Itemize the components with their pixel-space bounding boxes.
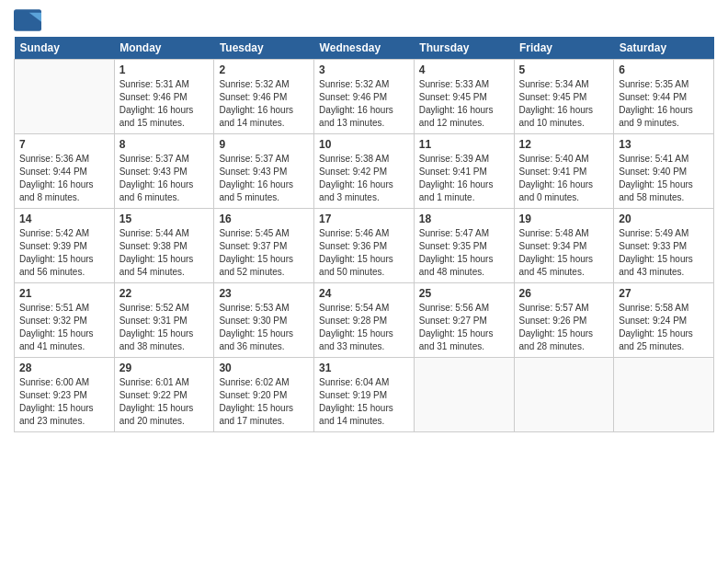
day-number: 21 <box>19 287 109 300</box>
day-number: 8 <box>119 138 210 151</box>
day-detail: Sunrise: 5:38 AMSunset: 9:42 PMDaylight:… <box>319 153 409 204</box>
calendar-cell: 30Sunrise: 6:02 AMSunset: 9:20 PMDayligh… <box>214 358 314 432</box>
day-detail: Sunrise: 5:54 AMSunset: 9:28 PMDaylight:… <box>319 302 409 353</box>
calendar-cell: 22Sunrise: 5:52 AMSunset: 9:31 PMDayligh… <box>114 283 214 358</box>
day-number: 28 <box>19 362 109 374</box>
weekday-header-monday: Monday <box>114 37 214 60</box>
day-detail: Sunrise: 5:51 AMSunset: 9:32 PMDaylight:… <box>19 302 109 353</box>
day-number: 30 <box>219 362 309 374</box>
calendar-cell: 17Sunrise: 5:46 AMSunset: 9:36 PMDayligh… <box>314 209 415 283</box>
day-detail: Sunrise: 5:49 AMSunset: 9:33 PMDaylight:… <box>619 227 709 279</box>
calendar-cell: 4Sunrise: 5:33 AMSunset: 9:45 PMDaylight… <box>414 60 514 134</box>
calendar-cell: 23Sunrise: 5:53 AMSunset: 9:30 PMDayligh… <box>214 283 314 358</box>
day-number: 23 <box>219 287 309 300</box>
day-detail: Sunrise: 6:00 AMSunset: 9:23 PMDaylight:… <box>19 376 109 428</box>
day-detail: Sunrise: 5:32 AMSunset: 9:46 PMDaylight:… <box>219 78 309 130</box>
calendar-cell: 14Sunrise: 5:42 AMSunset: 9:39 PMDayligh… <box>15 209 115 283</box>
calendar-cell <box>514 358 614 432</box>
calendar-cell: 25Sunrise: 5:56 AMSunset: 9:27 PMDayligh… <box>414 283 514 358</box>
day-detail: Sunrise: 5:40 AMSunset: 9:41 PMDaylight:… <box>519 153 609 204</box>
weekday-header-tuesday: Tuesday <box>214 37 314 60</box>
day-detail: Sunrise: 6:01 AMSunset: 9:22 PMDaylight:… <box>119 376 210 428</box>
day-detail: Sunrise: 6:02 AMSunset: 9:20 PMDaylight:… <box>219 376 309 428</box>
calendar-cell: 16Sunrise: 5:45 AMSunset: 9:37 PMDayligh… <box>214 209 314 283</box>
calendar-cell: 20Sunrise: 5:49 AMSunset: 9:33 PMDayligh… <box>614 209 714 283</box>
calendar-cell: 5Sunrise: 5:34 AMSunset: 9:45 PMDaylight… <box>514 60 614 134</box>
weekday-header-wednesday: Wednesday <box>314 37 415 60</box>
weekday-header-saturday: Saturday <box>614 37 714 60</box>
day-detail: Sunrise: 5:46 AMSunset: 9:36 PMDaylight:… <box>319 227 409 279</box>
day-detail: Sunrise: 5:44 AMSunset: 9:38 PMDaylight:… <box>119 227 210 279</box>
day-number: 5 <box>519 63 609 76</box>
weekday-header-sunday: Sunday <box>15 37 115 60</box>
calendar-cell: 7Sunrise: 5:36 AMSunset: 9:44 PMDaylight… <box>15 134 115 209</box>
day-number: 3 <box>319 63 409 76</box>
calendar-cell: 10Sunrise: 5:38 AMSunset: 9:42 PMDayligh… <box>314 134 415 209</box>
week-row-5: 28Sunrise: 6:00 AMSunset: 9:23 PMDayligh… <box>15 358 714 432</box>
day-number: 20 <box>619 213 709 225</box>
calendar-cell: 13Sunrise: 5:41 AMSunset: 9:40 PMDayligh… <box>614 134 714 209</box>
day-number: 14 <box>19 213 109 225</box>
day-number: 10 <box>319 138 409 151</box>
header <box>14 9 714 31</box>
calendar-cell: 8Sunrise: 5:37 AMSunset: 9:43 PMDaylight… <box>114 134 214 209</box>
day-number: 24 <box>319 287 409 300</box>
day-detail: Sunrise: 5:42 AMSunset: 9:39 PMDaylight:… <box>19 227 109 279</box>
weekday-header-thursday: Thursday <box>414 37 514 60</box>
calendar-cell: 26Sunrise: 5:57 AMSunset: 9:26 PMDayligh… <box>514 283 614 358</box>
calendar-cell: 29Sunrise: 6:01 AMSunset: 9:22 PMDayligh… <box>114 358 214 432</box>
calendar-cell: 3Sunrise: 5:32 AMSunset: 9:46 PMDaylight… <box>314 60 415 134</box>
weekday-header-row: SundayMondayTuesdayWednesdayThursdayFrid… <box>15 37 714 60</box>
weekday-header-friday: Friday <box>514 37 614 60</box>
calendar-cell: 15Sunrise: 5:44 AMSunset: 9:38 PMDayligh… <box>114 209 214 283</box>
day-detail: Sunrise: 5:36 AMSunset: 9:44 PMDaylight:… <box>19 153 109 204</box>
day-detail: Sunrise: 5:56 AMSunset: 9:27 PMDaylight:… <box>419 302 509 353</box>
calendar-cell: 18Sunrise: 5:47 AMSunset: 9:35 PMDayligh… <box>414 209 514 283</box>
day-detail: Sunrise: 5:47 AMSunset: 9:35 PMDaylight:… <box>419 227 509 279</box>
day-detail: Sunrise: 5:35 AMSunset: 9:44 PMDaylight:… <box>619 78 709 130</box>
day-number: 9 <box>219 138 309 151</box>
day-detail: Sunrise: 5:41 AMSunset: 9:40 PMDaylight:… <box>619 153 709 204</box>
day-number: 15 <box>119 213 210 225</box>
day-detail: Sunrise: 5:57 AMSunset: 9:26 PMDaylight:… <box>519 302 609 353</box>
day-number: 4 <box>419 63 509 76</box>
day-detail: Sunrise: 5:32 AMSunset: 9:46 PMDaylight:… <box>319 78 409 130</box>
day-number: 18 <box>419 213 509 225</box>
day-number: 26 <box>519 287 609 300</box>
day-number: 12 <box>519 138 609 151</box>
day-detail: Sunrise: 5:34 AMSunset: 9:45 PMDaylight:… <box>519 78 609 130</box>
day-detail: Sunrise: 5:53 AMSunset: 9:30 PMDaylight:… <box>219 302 309 353</box>
week-row-4: 21Sunrise: 5:51 AMSunset: 9:32 PMDayligh… <box>15 283 714 358</box>
calendar-cell: 12Sunrise: 5:40 AMSunset: 9:41 PMDayligh… <box>514 134 614 209</box>
calendar-cell: 31Sunrise: 6:04 AMSunset: 9:19 PMDayligh… <box>314 358 415 432</box>
day-number: 29 <box>119 362 210 374</box>
day-number: 22 <box>119 287 210 300</box>
day-number: 2 <box>219 63 309 76</box>
logo <box>14 9 45 31</box>
calendar-cell <box>414 358 514 432</box>
calendar-cell: 6Sunrise: 5:35 AMSunset: 9:44 PMDaylight… <box>614 60 714 134</box>
day-number: 17 <box>319 213 409 225</box>
day-detail: Sunrise: 5:58 AMSunset: 9:24 PMDaylight:… <box>619 302 709 353</box>
day-number: 13 <box>619 138 709 151</box>
calendar-cell <box>614 358 714 432</box>
day-number: 19 <box>519 213 609 225</box>
calendar-cell: 11Sunrise: 5:39 AMSunset: 9:41 PMDayligh… <box>414 134 514 209</box>
calendar-cell: 2Sunrise: 5:32 AMSunset: 9:46 PMDaylight… <box>214 60 314 134</box>
day-detail: Sunrise: 5:52 AMSunset: 9:31 PMDaylight:… <box>119 302 210 353</box>
page-container: SundayMondayTuesdayWednesdayThursdayFrid… <box>0 0 728 442</box>
day-detail: Sunrise: 5:39 AMSunset: 9:41 PMDaylight:… <box>419 153 509 204</box>
week-row-1: 1Sunrise: 5:31 AMSunset: 9:46 PMDaylight… <box>15 60 714 134</box>
calendar-cell <box>15 60 115 134</box>
day-detail: Sunrise: 5:31 AMSunset: 9:46 PMDaylight:… <box>119 78 210 130</box>
day-number: 1 <box>119 63 210 76</box>
day-number: 25 <box>419 287 509 300</box>
calendar-table: SundayMondayTuesdayWednesdayThursdayFrid… <box>14 37 714 432</box>
day-number: 7 <box>19 138 109 151</box>
day-detail: Sunrise: 5:33 AMSunset: 9:45 PMDaylight:… <box>419 78 509 130</box>
day-number: 6 <box>619 63 709 76</box>
calendar-cell: 28Sunrise: 6:00 AMSunset: 9:23 PMDayligh… <box>15 358 115 432</box>
calendar-cell: 21Sunrise: 5:51 AMSunset: 9:32 PMDayligh… <box>15 283 115 358</box>
logo-icon <box>14 9 41 31</box>
calendar-cell: 9Sunrise: 5:37 AMSunset: 9:43 PMDaylight… <box>214 134 314 209</box>
